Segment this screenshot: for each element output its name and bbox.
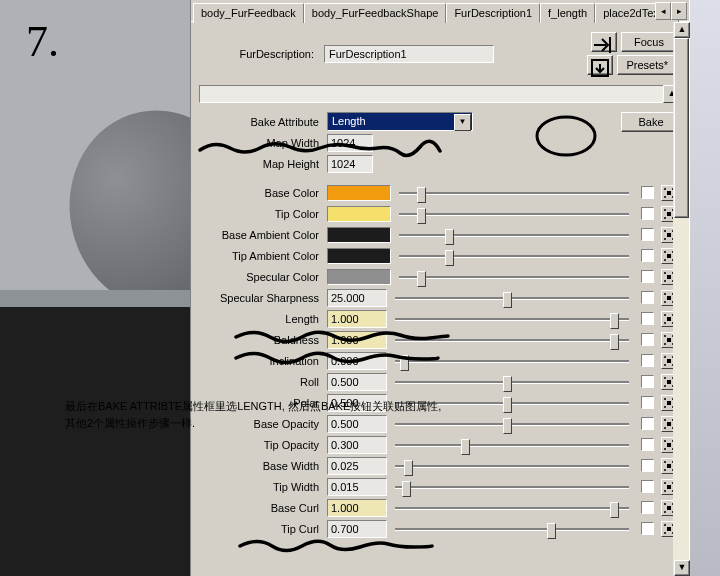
texture-checkbox[interactable] bbox=[641, 207, 654, 220]
attr-label: Base Color bbox=[195, 187, 323, 199]
value-slider[interactable] bbox=[395, 290, 629, 306]
focus-button[interactable]: Focus bbox=[621, 32, 677, 52]
texture-checkbox[interactable] bbox=[641, 186, 654, 199]
texture-checkbox[interactable] bbox=[641, 501, 654, 514]
row-tip-color: Tip Color bbox=[195, 203, 681, 224]
attr-label: Base Width bbox=[195, 460, 323, 472]
row-tip-width: Tip Width0.015 bbox=[195, 476, 681, 497]
tab-scroll-left[interactable]: ◂ bbox=[655, 2, 671, 20]
svg-point-16 bbox=[664, 251, 666, 253]
texture-checkbox[interactable] bbox=[641, 522, 654, 535]
texture-checkbox[interactable] bbox=[641, 459, 654, 472]
color-swatch[interactable] bbox=[327, 269, 391, 285]
select-node-button[interactable] bbox=[591, 32, 617, 52]
header-buttons: Focus Presets* bbox=[587, 32, 677, 75]
svg-point-61 bbox=[664, 440, 666, 442]
value-slider[interactable] bbox=[395, 374, 629, 390]
texture-checkbox[interactable] bbox=[641, 396, 654, 409]
value-slider[interactable] bbox=[395, 479, 629, 495]
svg-point-43 bbox=[664, 364, 666, 366]
attr-value-field[interactable]: 0.025 bbox=[327, 457, 387, 475]
texture-checkbox[interactable] bbox=[641, 354, 654, 367]
value-slider[interactable] bbox=[395, 311, 629, 327]
texture-checkbox[interactable] bbox=[641, 291, 654, 304]
attr-value-field[interactable]: 0.500 bbox=[327, 373, 387, 391]
map-width-field[interactable]: 1024 bbox=[327, 134, 373, 152]
texture-checkbox[interactable] bbox=[641, 312, 654, 325]
scrollbar[interactable]: ▲ ▼ bbox=[673, 22, 689, 576]
svg-point-53 bbox=[664, 406, 666, 408]
svg-rect-70 bbox=[667, 485, 671, 489]
value-slider[interactable] bbox=[399, 227, 629, 243]
row-baldness: Baldness1.000 bbox=[195, 329, 681, 350]
svg-rect-55 bbox=[667, 422, 671, 426]
color-swatch[interactable] bbox=[327, 248, 391, 264]
tab-f-length[interactable]: f_length bbox=[540, 3, 595, 23]
attr-value-field[interactable]: 0.300 bbox=[327, 436, 387, 454]
form-area: Bake Attribute Length Bake Map Width 102… bbox=[191, 109, 689, 539]
fur-description-field[interactable]: FurDescription1 bbox=[324, 45, 494, 63]
attr-value-field[interactable]: 1.000 bbox=[327, 310, 387, 328]
svg-rect-20 bbox=[667, 275, 671, 279]
bake-attribute-select[interactable]: Length bbox=[327, 112, 473, 131]
tab-body-fur-feedback-shape[interactable]: body_FurFeedbackShape bbox=[304, 3, 447, 23]
value-slider[interactable] bbox=[395, 437, 629, 453]
texture-checkbox[interactable] bbox=[641, 480, 654, 493]
attr-value-field[interactable]: 1.000 bbox=[327, 499, 387, 517]
attr-value-field[interactable]: 25.000 bbox=[327, 289, 387, 307]
tab-scroll-right[interactable]: ▸ bbox=[671, 2, 687, 20]
bake-button[interactable]: Bake bbox=[621, 112, 681, 132]
texture-checkbox[interactable] bbox=[641, 438, 654, 451]
texture-checkbox[interactable] bbox=[641, 270, 654, 283]
texture-checkbox[interactable] bbox=[641, 417, 654, 430]
texture-checkbox[interactable] bbox=[641, 375, 654, 388]
attr-label: Specular Sharpness bbox=[195, 292, 323, 304]
presets-button[interactable]: Presets* bbox=[617, 55, 677, 75]
attr-value-field[interactable]: 0.015 bbox=[327, 478, 387, 496]
value-slider[interactable] bbox=[395, 500, 629, 516]
svg-point-21 bbox=[664, 272, 666, 274]
load-preset-button[interactable] bbox=[587, 55, 613, 75]
svg-rect-35 bbox=[667, 338, 671, 342]
texture-checkbox[interactable] bbox=[641, 228, 654, 241]
value-slider[interactable] bbox=[399, 269, 629, 285]
attr-value-field[interactable]: 0.700 bbox=[327, 520, 387, 538]
svg-point-11 bbox=[664, 230, 666, 232]
svg-point-26 bbox=[664, 293, 666, 295]
tab-body-fur-feedback[interactable]: body_FurFeedback bbox=[193, 3, 304, 23]
color-swatch[interactable] bbox=[327, 227, 391, 243]
scroll-track[interactable] bbox=[674, 38, 689, 560]
svg-point-18 bbox=[664, 259, 666, 261]
tab-bar: body_FurFeedback body_FurFeedbackShape F… bbox=[191, 0, 689, 22]
value-slider[interactable] bbox=[399, 248, 629, 264]
value-slider[interactable] bbox=[399, 206, 629, 222]
tab-fur-description1[interactable]: FurDescription1 bbox=[446, 3, 540, 23]
value-slider[interactable] bbox=[399, 185, 629, 201]
svg-point-23 bbox=[664, 280, 666, 282]
value-slider[interactable] bbox=[395, 353, 629, 369]
fur-description-label: FurDescription: bbox=[203, 48, 318, 60]
attr-value-field[interactable]: 1.000 bbox=[327, 331, 387, 349]
value-slider[interactable] bbox=[395, 458, 629, 474]
section-collapse-bar[interactable]: ▲ bbox=[199, 85, 681, 103]
color-swatch[interactable] bbox=[327, 206, 391, 222]
texture-checkbox[interactable] bbox=[641, 249, 654, 262]
scroll-up-button[interactable]: ▲ bbox=[674, 22, 690, 38]
map-height-field[interactable]: 1024 bbox=[327, 155, 373, 173]
svg-point-13 bbox=[664, 238, 666, 240]
scroll-down-button[interactable]: ▼ bbox=[674, 560, 690, 576]
color-swatch[interactable] bbox=[327, 185, 391, 201]
svg-rect-5 bbox=[667, 212, 671, 216]
row-base-ambient-color: Base Ambient Color bbox=[195, 224, 681, 245]
step-number: 7. bbox=[26, 20, 59, 64]
value-slider[interactable] bbox=[395, 332, 629, 348]
scroll-thumb[interactable] bbox=[674, 38, 689, 218]
texture-checkbox[interactable] bbox=[641, 333, 654, 346]
viewport-dark bbox=[0, 307, 192, 576]
value-slider[interactable] bbox=[395, 521, 629, 537]
row-map-width: Map Width 1024 bbox=[195, 132, 681, 153]
attr-value-field[interactable]: 0.000 bbox=[327, 352, 387, 370]
header-row: FurDescription: FurDescription1 Focus Pr… bbox=[191, 22, 689, 81]
svg-point-31 bbox=[664, 314, 666, 316]
row-roll: Roll0.500 bbox=[195, 371, 681, 392]
